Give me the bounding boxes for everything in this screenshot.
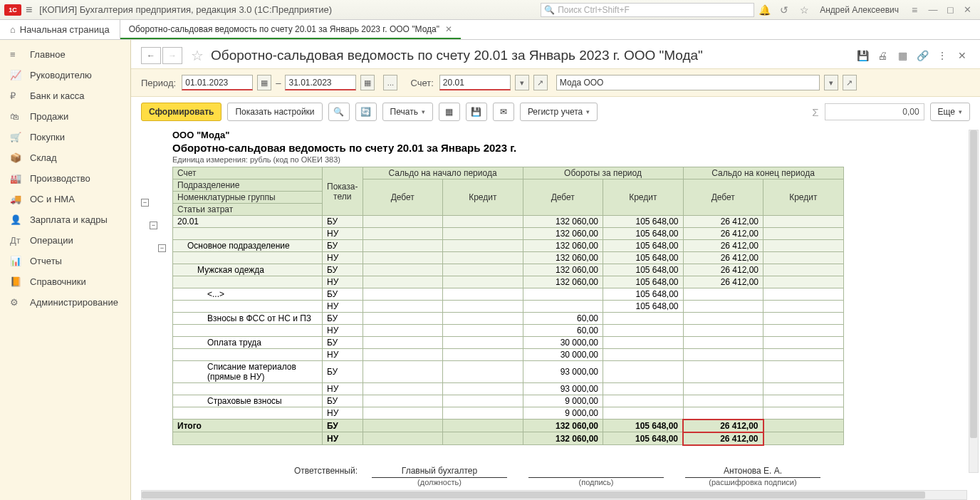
table-total-row: ИтогоБУ132 060,00105 648,0026 412,00 bbox=[173, 420, 844, 432]
sidebar-icon: Дт bbox=[10, 235, 24, 246]
account-select-icon[interactable]: ↗ bbox=[533, 75, 548, 90]
document-tab[interactable]: Оборотно-сальдовая ведомость по счету 20… bbox=[120, 20, 461, 39]
print-button[interactable]: Печать▾ bbox=[382, 103, 433, 121]
close-doc-icon[interactable]: ✕ bbox=[954, 50, 970, 61]
tab-close-icon[interactable]: ✕ bbox=[445, 24, 452, 34]
sidebar-item[interactable]: ДтОперации bbox=[0, 230, 130, 251]
sidebar-item[interactable]: 📙Справочники bbox=[0, 271, 130, 292]
signature-name-sub: (расшифровка подписи) bbox=[685, 478, 820, 486]
export-icon[interactable]: ▦ bbox=[895, 50, 910, 61]
close-icon[interactable]: ✕ bbox=[959, 4, 976, 15]
home-tab[interactable]: ⌂ Начальная страница bbox=[0, 20, 120, 39]
report-unit: Единица измерения: рубль (код по ОКЕИ 38… bbox=[172, 155, 970, 164]
logo-1c: 1C bbox=[4, 4, 21, 16]
table-row[interactable]: НУ105 648,00 bbox=[173, 301, 844, 313]
history-icon[interactable]: ↺ bbox=[777, 4, 791, 16]
sidebar-item[interactable]: 🛍Продажи bbox=[0, 106, 130, 127]
save-icon[interactable]: 💾 bbox=[855, 50, 870, 61]
table-row[interactable]: НУ132 060,00105 648,0026 412,00 bbox=[173, 252, 844, 264]
table-row[interactable]: НУ132 060,00105 648,0026 412,00 bbox=[173, 228, 844, 240]
save-button[interactable]: 💾 bbox=[466, 103, 487, 121]
sidebar-item[interactable]: ≡Главное bbox=[0, 44, 130, 65]
nav-back-button[interactable]: ← bbox=[141, 47, 161, 64]
register-button[interactable]: Регистр учета▾ bbox=[520, 103, 598, 121]
link-icon[interactable]: 🔗 bbox=[914, 50, 930, 61]
period-picker-button[interactable]: ... bbox=[383, 75, 397, 90]
email-button[interactable]: ✉ bbox=[493, 103, 514, 121]
search-icon: 🔍 bbox=[544, 5, 555, 15]
form-button[interactable]: Сформировать bbox=[141, 103, 221, 121]
more-button[interactable]: Еще▾ bbox=[930, 103, 970, 121]
home-icon: ⌂ bbox=[10, 24, 16, 35]
sum-icon: Σ bbox=[812, 106, 818, 118]
sidebar-item[interactable]: 👤Зарплата и кадры bbox=[0, 209, 130, 230]
find-button[interactable]: 🔍 bbox=[328, 103, 350, 121]
tree-collapse-icon[interactable]: − bbox=[150, 222, 157, 229]
content-area: ← → ☆ Оборотно-сальдовая ведомость по сч… bbox=[131, 40, 980, 500]
sidebar-item[interactable]: 🚚ОС и НМА bbox=[0, 189, 130, 209]
report-org: ООО "Мода" bbox=[172, 130, 970, 140]
excel-button[interactable]: ▦ bbox=[439, 103, 460, 121]
account-input[interactable]: 20.01 bbox=[439, 75, 511, 90]
table-row[interactable]: НУ30 000,00 bbox=[173, 349, 844, 361]
toolbar: Сформировать Показать настройки 🔍 🔄 Печа… bbox=[131, 97, 980, 127]
nav-forward-button[interactable]: → bbox=[162, 47, 182, 64]
favorite-star-icon[interactable]: ☆ bbox=[191, 47, 204, 64]
table-row[interactable]: Взносы в ФСС от НС и ПЗБУ60,00 bbox=[173, 313, 844, 325]
table-row[interactable]: Мужская одеждаБУ132 060,00105 648,0026 4… bbox=[173, 264, 844, 276]
sidebar-item[interactable]: ⚙Администрирование bbox=[0, 292, 130, 313]
hamburger-icon[interactable]: ≡ bbox=[26, 4, 32, 16]
organization-input[interactable]: Мода ООО bbox=[556, 75, 820, 90]
table-row[interactable]: НУ93 000,00 bbox=[173, 383, 844, 395]
table-row[interactable]: Списание материалов (прямые в НУ)БУ93 00… bbox=[173, 361, 844, 383]
table-row[interactable]: <...>БУ105 648,00 bbox=[173, 288, 844, 301]
global-search-input[interactable]: 🔍 Поиск Ctrl+Shift+F bbox=[541, 3, 754, 17]
table-row[interactable]: Оплата трудаБУ30 000,00 bbox=[173, 337, 844, 349]
show-settings-button[interactable]: Показать настройки bbox=[227, 103, 322, 121]
sidebar-icon: 👤 bbox=[10, 214, 24, 225]
print-icon[interactable]: 🖨 bbox=[875, 50, 890, 61]
sidebar-item[interactable]: 🏭Производство bbox=[0, 168, 130, 189]
sidebar-item[interactable]: 📊Отчеты bbox=[0, 251, 130, 271]
date-from-input[interactable]: 01.01.2023 bbox=[182, 75, 253, 90]
refresh-button[interactable]: 🔄 bbox=[355, 103, 377, 121]
tree-collapse-icon[interactable]: − bbox=[158, 244, 166, 252]
table-row[interactable]: 20.01БУ132 060,00105 648,0026 412,00 bbox=[173, 216, 844, 228]
sidebar-label: Банк и касса bbox=[30, 90, 85, 101]
table-row[interactable]: НУ132 060,00105 648,0026 412,00 bbox=[173, 276, 844, 288]
table-row[interactable]: НУ9 000,00 bbox=[173, 407, 844, 420]
table-row[interactable]: Страховые взносыБУ9 000,00 bbox=[173, 395, 844, 407]
account-label: Счет: bbox=[410, 78, 433, 88]
bell-icon[interactable]: 🔔 bbox=[757, 4, 771, 16]
org-dropdown-icon[interactable]: ▾ bbox=[824, 75, 838, 90]
table-row[interactable]: Основное подразделениеБУ132 060,00105 64… bbox=[173, 240, 844, 252]
sidebar-icon: 🛒 bbox=[10, 132, 24, 142]
account-dropdown-icon[interactable]: ▾ bbox=[515, 75, 529, 90]
vertical-scrollbar[interactable] bbox=[969, 130, 979, 473]
table-total-row: НУ132 060,00105 648,0026 412,00 bbox=[173, 432, 844, 445]
org-select-icon[interactable]: ↗ bbox=[843, 75, 857, 90]
period-dash: – bbox=[276, 78, 281, 88]
star-icon[interactable]: ☆ bbox=[797, 4, 811, 16]
date-from-calendar-icon[interactable]: ▦ bbox=[257, 75, 271, 90]
sidebar-label: Продажи bbox=[30, 111, 68, 122]
more-icon[interactable]: ⋮ bbox=[934, 50, 950, 61]
user-menu-icon[interactable]: ≡ bbox=[907, 4, 922, 16]
tree-collapse-icon[interactable]: − bbox=[141, 199, 149, 207]
date-to-input[interactable]: 31.01.2023 bbox=[285, 75, 356, 90]
document-tab-label: Оборотно-сальдовая ведомость по счету 20… bbox=[129, 24, 439, 34]
sidebar-label: Склад bbox=[30, 152, 57, 163]
table-row[interactable]: НУ60,00 bbox=[173, 325, 844, 337]
user-name[interactable]: Андрей Алексеевич bbox=[820, 5, 899, 15]
sidebar-item[interactable]: 📈Руководителю bbox=[0, 65, 130, 85]
horizontal-scrollbar[interactable] bbox=[141, 490, 967, 500]
maximize-icon[interactable]: ◻ bbox=[942, 4, 959, 15]
sidebar-icon: 🏭 bbox=[10, 173, 24, 184]
sidebar-item[interactable]: ₽Банк и касса bbox=[0, 85, 130, 106]
minimize-icon[interactable]: — bbox=[924, 4, 942, 15]
sidebar-icon: ⚙ bbox=[10, 297, 24, 308]
sidebar-item[interactable]: 📦Склад bbox=[0, 147, 130, 168]
date-to-calendar-icon[interactable]: ▦ bbox=[360, 75, 375, 90]
report-area: − − − ООО "Мода" Оборотно-сальдовая ведо… bbox=[131, 127, 980, 487]
sidebar-item[interactable]: 🛒Покупки bbox=[0, 127, 130, 147]
